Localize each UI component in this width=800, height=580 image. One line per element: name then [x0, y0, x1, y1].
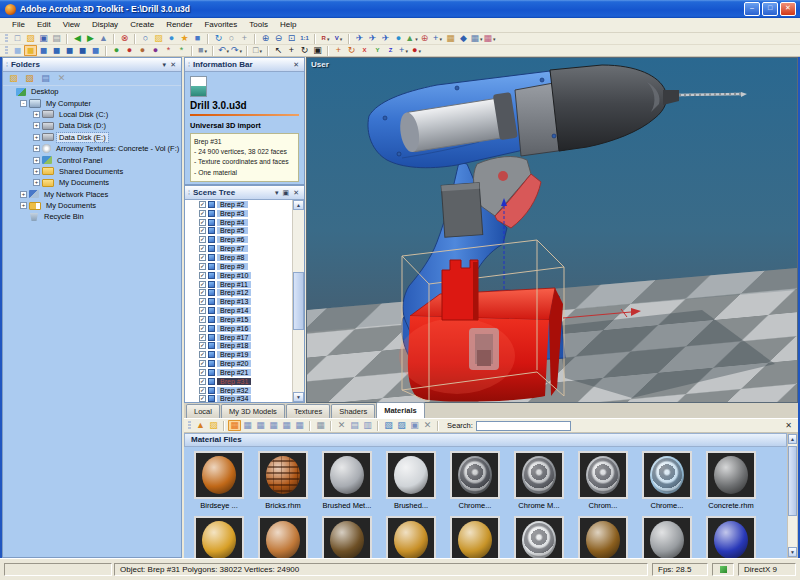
material-item[interactable] — [706, 516, 756, 558]
scene-tree-delete-button[interactable]: ▣ — [281, 187, 292, 199]
visibility-checkbox[interactable]: ✓ — [199, 210, 206, 217]
expand-toggle[interactable]: + — [33, 122, 40, 129]
material-item-chrom[interactable]: Chrom... — [578, 451, 628, 510]
tab-shaders[interactable]: Shaders — [331, 404, 375, 418]
view-preset-icon[interactable]: V▾ — [332, 33, 345, 44]
material-item[interactable] — [258, 516, 308, 558]
camera-axis-icon[interactable]: +▾ — [431, 33, 444, 44]
material-thumbnail[interactable] — [578, 451, 628, 499]
minimize-button[interactable]: – — [744, 2, 760, 16]
look-at-target-icon[interactable]: ⊕ — [418, 33, 431, 44]
material-item[interactable] — [578, 516, 628, 558]
undo-icon[interactable]: ↶▾ — [217, 45, 230, 56]
visibility-checkbox[interactable]: ✓ — [199, 227, 206, 234]
scene-tree-item-brep-11[interactable]: ✓Brep #11 — [194, 280, 293, 289]
visibility-checkbox[interactable]: ✓ — [199, 201, 206, 208]
visibility-checkbox[interactable]: ✓ — [199, 236, 206, 243]
visibility-checkbox[interactable]: ✓ — [199, 254, 206, 261]
material-item-brushed-met[interactable]: Brushed Met... — [322, 451, 372, 510]
light-red-icon[interactable]: ● — [123, 45, 136, 56]
scene-tree-item-brep-31[interactable]: ✓Brep #31 — [194, 377, 293, 386]
material-item-chrome-m[interactable]: Chrome M... — [514, 451, 564, 510]
view-tiles-icon[interactable]: ▦ — [293, 420, 306, 431]
3d-viewport[interactable]: User — [306, 57, 798, 403]
glide-tool-icon[interactable]: ✈ — [366, 33, 379, 44]
menu-file[interactable]: File — [6, 18, 31, 32]
shade-solid-icon[interactable]: ◼ — [50, 45, 63, 56]
dropdown-arrow-icon[interactable]: ▾ — [405, 48, 408, 54]
tab-textures[interactable]: Textures — [286, 404, 330, 418]
open-file-icon[interactable]: ▨ — [24, 33, 37, 44]
expand-toggle[interactable]: + — [33, 111, 40, 118]
collapse-toggle[interactable]: - — [20, 100, 27, 107]
scroll-up-arrow[interactable]: ▲ — [788, 434, 797, 444]
material-thumbnail[interactable] — [642, 451, 692, 499]
material-item-concrete-rhm[interactable]: Concrete.rhm — [706, 451, 756, 510]
new-folder-icon[interactable]: ▨ — [7, 73, 20, 84]
material-item-chrome[interactable]: Chrome... — [642, 451, 692, 510]
information-bar-close-button[interactable]: ✕ — [291, 59, 301, 71]
delete-item-icon[interactable]: ✕ — [335, 420, 348, 431]
dropdown-arrow-icon[interactable]: ▾ — [493, 36, 496, 42]
menu-favorites[interactable]: Favorites — [198, 18, 243, 32]
zoom-actual-icon[interactable]: 1:1 — [298, 33, 311, 44]
shade-flat-icon[interactable]: ◼ — [89, 45, 102, 56]
scroll-thumb[interactable] — [788, 446, 797, 516]
scene-tree-item-brep-10[interactable]: ✓Brep #10 — [194, 271, 293, 280]
paste-icon[interactable]: ▥ — [361, 420, 374, 431]
folders-menu-button[interactable]: ▾ — [161, 59, 169, 71]
zoom-out-icon[interactable]: ⊖ — [272, 33, 285, 44]
visibility-checkbox[interactable]: ✓ — [199, 369, 206, 376]
scene-tree-item-brep-7[interactable]: ✓Brep #7 — [194, 244, 293, 253]
search-input[interactable] — [476, 421, 571, 431]
expand-toggle[interactable]: + — [20, 191, 27, 198]
back-icon[interactable]: ◀ — [71, 33, 84, 44]
redo-icon[interactable]: ↷▾ — [230, 45, 243, 56]
material-thumbnail[interactable] — [322, 451, 372, 499]
material-thumbnail[interactable] — [578, 516, 628, 558]
view-thumbnails-icon[interactable]: ▦ — [228, 420, 241, 431]
shade-bounding-icon[interactable]: ◼ — [11, 45, 24, 56]
folder-item-shared-documents[interactable]: +Shared Documents — [3, 166, 181, 177]
save-icon[interactable]: ▣ — [37, 33, 50, 44]
menu-display[interactable]: Display — [86, 18, 124, 32]
visibility-checkbox[interactable]: ✓ — [199, 334, 206, 341]
forward-icon[interactable]: ▶ — [84, 33, 97, 44]
search-icon[interactable]: ○ — [139, 33, 152, 44]
dropdown-arrow-icon[interactable]: ▾ — [327, 36, 330, 42]
maximize-button[interactable]: □ — [762, 2, 778, 16]
scene-tree-item-brep-6[interactable]: ✓Brep #6 — [194, 235, 293, 244]
material-sphere-icon[interactable]: ● — [136, 45, 149, 56]
material-ball-icon[interactable]: ●▾ — [410, 45, 423, 56]
material-item[interactable] — [194, 516, 244, 558]
material-thumbnail[interactable] — [258, 451, 308, 499]
materials-close-button[interactable]: ✕ — [785, 421, 792, 430]
translate-manip-icon[interactable]: + — [332, 45, 345, 56]
dropdown-arrow-icon[interactable]: ▾ — [418, 48, 421, 54]
scene-tree-item-brep-20[interactable]: ✓Brep #20 — [194, 359, 293, 368]
light-green-icon[interactable]: ● — [110, 45, 123, 56]
view-details-icon[interactable]: ▦ — [254, 420, 267, 431]
visibility-checkbox[interactable]: ✓ — [199, 272, 206, 279]
visibility-checkbox[interactable]: ✓ — [199, 395, 206, 402]
scene-tree-close-button[interactable]: ✕ — [291, 187, 301, 199]
fly-tool-icon[interactable]: ✈ — [353, 33, 366, 44]
print-icon[interactable]: ▤ — [50, 33, 63, 44]
tab-my-3d-models[interactable]: My 3D Models — [221, 404, 285, 418]
tab-materials[interactable]: Materials — [376, 402, 425, 418]
expand-toggle[interactable]: + — [33, 145, 40, 152]
dropdown-arrow-icon[interactable]: ▾ — [240, 48, 243, 54]
navigate-icon[interactable]: ◆ — [457, 33, 470, 44]
visibility-checkbox[interactable]: ✓ — [199, 342, 206, 349]
folder-item-arroway-textures-concrete-vol-f[interactable]: +Arroway Textures: Concrete - Vol (F:) — [3, 143, 181, 154]
title-bar[interactable]: Adobe Acrobat 3D Toolkit - E:\Drill 3.0.… — [0, 0, 800, 18]
scene-tree-menu-button[interactable]: ▾ — [273, 187, 281, 199]
screen-capture-icon[interactable]: ■ — [191, 33, 204, 44]
expand-toggle[interactable]: + — [33, 134, 40, 141]
scroll-thumb[interactable] — [293, 272, 304, 330]
folder-item-my-network-places[interactable]: +My Network Places — [3, 189, 181, 200]
folder-item-recycle-bin[interactable]: Recycle Bin — [3, 211, 181, 222]
material-item-birdseye[interactable]: Birdseye ... — [194, 451, 244, 510]
axis-all-icon[interactable]: +▾ — [397, 45, 410, 56]
web-icon[interactable]: ● — [165, 33, 178, 44]
